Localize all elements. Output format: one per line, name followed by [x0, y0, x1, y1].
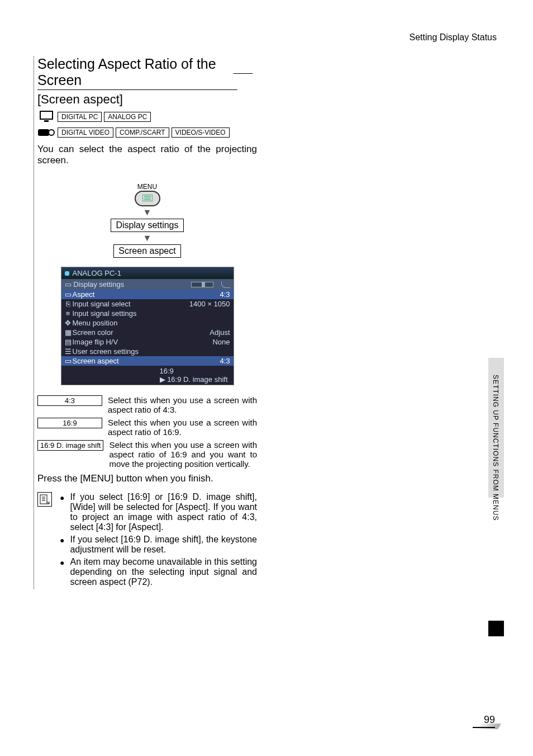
- section-title: Selecting Aspect Ratio of the Screen: [37, 56, 237, 90]
- osd-row: ▭Aspect4:3: [61, 290, 234, 299]
- note-item: ●If you select [16:9 D. image shift], th…: [60, 535, 257, 555]
- mode-digital-video: DIGITAL VIDEO: [58, 127, 113, 138]
- down-arrow-icon: ▼: [37, 233, 257, 243]
- page-number: 99: [473, 714, 495, 728]
- osd-section: Display settings: [73, 280, 124, 289]
- mode-digital-pc: DIGITAL PC: [58, 112, 102, 122]
- return-icon: [221, 281, 230, 288]
- option-label: 4:3: [37, 395, 102, 406]
- svg-rect-0: [40, 111, 53, 119]
- osd-row: ≡Input signal settings: [61, 309, 234, 318]
- note-icon: [37, 492, 52, 507]
- description-text: You can select the aspect ratio of the p…: [37, 144, 257, 166]
- mode-indicator: DIGITAL PC ANALOG PC DIGITAL VIDEO COMP.…: [37, 110, 257, 139]
- section-subtitle: [Screen aspect]: [37, 92, 257, 107]
- folder-icon: ▭: [65, 280, 72, 289]
- osd-row: ⎘Input signal select1400 × 1050: [61, 299, 234, 309]
- monitor-icon: [37, 110, 55, 124]
- mode-comp-scart: COMP./SCART: [116, 127, 169, 138]
- osd-row: ✥Menu position: [61, 318, 234, 328]
- osd-row: ▦Screen colorAdjust: [61, 328, 234, 337]
- flow-step-1: Display settings: [111, 219, 183, 232]
- option-table: 4:3Select this when you use a screen wit…: [37, 395, 257, 469]
- osd-row: ▤Image flip H/VNone: [61, 337, 234, 347]
- svg-rect-1: [44, 120, 49, 122]
- note-item: ●An item may become unavailable in this …: [60, 557, 257, 587]
- option-label: 16:9: [37, 418, 102, 428]
- note-block: ●If you select [16:9] or [16:9 D. image …: [37, 492, 257, 589]
- osd-option: 16:9: [65, 367, 230, 375]
- camcorder-icon: [37, 126, 55, 139]
- mode-video-svideo: VIDEO/S-VIDEO: [172, 127, 230, 138]
- section-title-bar: Selecting Aspect Ratio of the Screen: [37, 56, 257, 90]
- side-marker: [488, 621, 504, 636]
- option-row: 16:9 D. image shiftSelect this when you …: [37, 440, 257, 469]
- option-row: 4:3Select this when you use a screen wit…: [37, 395, 257, 414]
- osd-screenshot: ANALOG PC-1 ▭ Display settings ▭Aspect4:…: [61, 267, 234, 385]
- slider-icon: [191, 282, 213, 287]
- option-label: 16:9 D. image shift: [37, 440, 103, 451]
- option-desc: Select this when you use a screen with a…: [108, 418, 257, 437]
- content-column: Selecting Aspect Ratio of the Screen [Sc…: [34, 56, 257, 589]
- mode-analog-pc: ANALOG PC: [104, 112, 151, 122]
- osd-row: ▭Screen aspect4:3: [61, 356, 234, 366]
- option-desc: Select this when you use a screen with a…: [108, 395, 257, 414]
- menu-label: MENU: [37, 183, 257, 191]
- flow-step-2: Screen aspect: [113, 244, 180, 258]
- osd-signal: ANALOG PC-1: [73, 269, 121, 277]
- osd-option: 16:9 D. image shift: [65, 375, 230, 384]
- press-menu-line: Press the [MENU] button when you finish.: [37, 473, 257, 484]
- side-section-label: SETTING UP FUNCTIONS FROM MENUS: [492, 375, 499, 521]
- osd-row: ☰User screen settings: [61, 347, 234, 356]
- breadcrumb: Setting Display Status: [409, 32, 497, 42]
- signal-icon: [65, 271, 69, 276]
- menu-button-icon: [135, 191, 160, 206]
- menu-flow: MENU ▼ Display settings ▼ Screen aspect: [37, 183, 257, 258]
- option-desc: Select this when you use a screen with a…: [109, 440, 257, 469]
- down-arrow-icon: ▼: [37, 207, 257, 218]
- svg-rect-8: [40, 495, 47, 504]
- svg-rect-2: [38, 129, 49, 136]
- option-row: 16:9Select this when you use a screen wi…: [37, 418, 257, 437]
- svg-point-3: [49, 130, 54, 135]
- note-item: ●If you select [16:9] or [16:9 D. image …: [60, 492, 257, 532]
